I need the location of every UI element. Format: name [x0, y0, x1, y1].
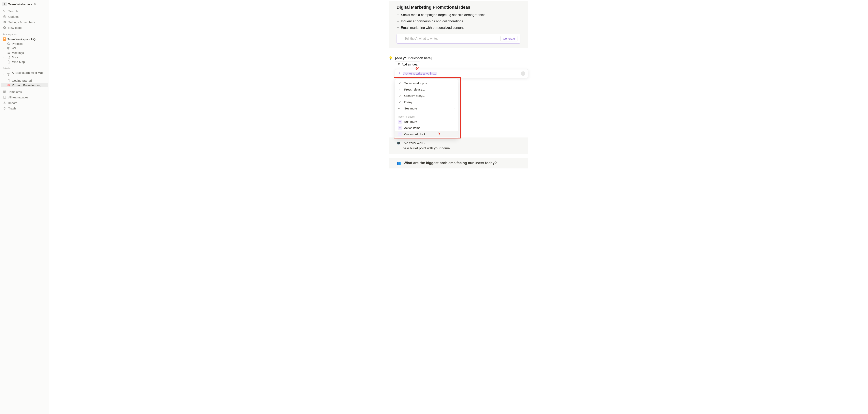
tree-meetings-label: Meetings — [12, 51, 24, 55]
tree-mindmap-label: Mind Map — [12, 60, 25, 64]
sidebar-import[interactable]: Import — [1, 100, 48, 105]
page-icon — [7, 79, 11, 82]
more-icon: ··· — [398, 106, 402, 110]
workspace-switcher[interactable]: T Team Workspace ⇅ — [1, 1, 48, 8]
sidebar-all-teamspaces[interactable]: All teamspaces — [1, 94, 48, 100]
chevron-updown-icon: ⇅ — [34, 3, 36, 5]
templates-icon — [3, 90, 6, 94]
sidebar-search[interactable]: Search — [1, 8, 48, 14]
sparkle-icon — [398, 132, 402, 136]
chevron-right-icon: › — [3, 84, 5, 86]
laptop-icon: 💻 — [397, 141, 401, 150]
dd-creative-story[interactable]: Creative story... — [395, 93, 458, 99]
add-idea-button[interactable]: Add an idea — [395, 62, 420, 67]
home-icon — [3, 37, 6, 41]
sidebar-updates-label: Updates — [8, 15, 19, 18]
tree-ai-brainstorm-label: AI Brainstorm Mind Map ... — [12, 71, 47, 78]
trash-icon — [3, 106, 6, 110]
svg-point-7 — [399, 127, 400, 128]
page-icon — [7, 60, 11, 64]
sidebar-all-teamspaces-label: All teamspaces — [8, 96, 28, 99]
workspace-name: Team Workspace — [8, 3, 32, 6]
send-button[interactable] — [521, 71, 525, 76]
tree-projects-label: Projects — [12, 42, 23, 45]
section-teamspaces: Teamspaces — [1, 30, 48, 37]
peek-head-text: lve this well? — [403, 141, 426, 145]
sidebar-updates[interactable]: Updates — [1, 14, 48, 19]
idea-block: 💡 [Add your question here] Add an idea A… — [389, 56, 528, 168]
svg-rect-6 — [3, 96, 6, 98]
svg-point-8 — [399, 128, 400, 128]
plus-circle-icon — [3, 26, 6, 29]
checklist-icon — [398, 126, 402, 130]
bulb-outline-icon — [398, 63, 400, 66]
tree-docs[interactable]: › Docs — [1, 55, 48, 60]
generate-button[interactable]: Generate — [500, 36, 518, 41]
idea-bullet: Influencer partnerships and collaboratio… — [401, 18, 520, 25]
tree-getting-started[interactable]: › Getting Started — [1, 78, 48, 83]
dd-essay[interactable]: Essay... — [395, 99, 458, 105]
gear-icon — [3, 20, 6, 24]
dd-summary[interactable]: Summary — [395, 119, 458, 125]
chevron-right-icon: › — [3, 79, 5, 82]
tree-mindmap[interactable]: › Mind Map — [1, 60, 48, 64]
tree-hq[interactable]: Team Workspace HQ — [1, 37, 48, 41]
ai-dropdown: Social media post... Press release... Cr… — [395, 79, 458, 138]
sidebar-import-label: Import — [8, 101, 17, 104]
tree-ai-brainstorm[interactable]: › AI Brainstorm Mind Map ... — [1, 70, 48, 78]
tree-wiki[interactable]: › Wiki — [1, 46, 48, 51]
chevron-right-icon: › — [3, 47, 5, 50]
sidebar-templates[interactable]: Templates — [1, 89, 48, 94]
brain-icon: 🧠 — [7, 84, 11, 87]
sidebar-trash-label: Trash — [8, 107, 16, 110]
dd-essay-label: Essay... — [404, 100, 414, 104]
clock-icon — [3, 15, 6, 18]
peek-card-2: 👥 What are the biggest problems facing o… — [389, 158, 528, 168]
sparkle-icon — [398, 72, 401, 75]
svg-point-2 — [8, 43, 9, 44]
sidebar-trash[interactable]: Trash — [1, 105, 48, 111]
dd-press-release[interactable]: Press release... — [395, 86, 458, 93]
list-icon — [7, 51, 11, 55]
ask-ai-placeholder: Ask AI to write anything... — [403, 72, 437, 75]
sidebar-newpage[interactable]: New page — [1, 25, 48, 30]
chevron-right-icon: › — [3, 73, 5, 75]
target-icon — [7, 42, 11, 45]
sidebar-search-label: Search — [8, 9, 18, 13]
chevron-right-icon: › — [3, 61, 5, 63]
add-idea-label: Add an idea — [402, 63, 417, 66]
workspace-avatar: T — [2, 2, 7, 6]
bulb-icon: 💡 — [389, 56, 393, 60]
mindmap-icon — [7, 73, 11, 76]
idea-bullet: Email marketing with personalized conten… — [401, 25, 520, 31]
peek-question-2: What are the biggest problems facing our… — [404, 161, 497, 165]
peek-body-text: te a bullet point with your name. — [403, 146, 520, 150]
dd-custom-ai-block-label: Custom AI block — [404, 132, 426, 136]
svg-rect-3 — [8, 73, 8, 74]
dd-see-more[interactable]: ··· See more › — [395, 105, 458, 112]
dd-social-post[interactable]: Social media post... — [395, 80, 458, 86]
chevron-right-icon: › — [454, 107, 455, 110]
sparkle-icon — [400, 37, 403, 40]
doc-icon — [7, 56, 11, 59]
sidebar-settings[interactable]: Settings & members — [1, 19, 48, 25]
dd-custom-ai-block[interactable]: Custom AI block — [395, 131, 458, 137]
tree-getting-started-label: Getting Started — [12, 79, 32, 82]
dd-action-items[interactable]: Action items — [395, 125, 458, 131]
dd-section-label: Insert AI blocks — [395, 114, 458, 119]
ask-ai-input[interactable]: Ask AI to write anything... — [395, 69, 528, 78]
sidebar-templates-label: Templates — [8, 90, 22, 94]
tree-wiki-label: Wiki — [12, 46, 18, 50]
book-icon — [7, 47, 11, 50]
tree-projects[interactable]: › Projects — [1, 41, 48, 46]
dd-press-release-label: Press release... — [404, 88, 425, 91]
people-icon: 👥 — [397, 161, 401, 165]
dd-action-items-label: Action items — [404, 126, 421, 130]
chevron-right-icon: › — [3, 52, 5, 54]
idea-question[interactable]: [Add your question here] — [395, 56, 432, 60]
chevron-right-icon: › — [3, 56, 5, 59]
ai-input[interactable]: Tell the AI what to write... Generate — [397, 34, 520, 43]
tree-meetings[interactable]: › Meetings — [1, 51, 48, 55]
svg-rect-5 — [8, 74, 9, 75]
tree-remote-brainstorm[interactable]: › 🧠 Remote Brainstorming — [1, 83, 48, 87]
